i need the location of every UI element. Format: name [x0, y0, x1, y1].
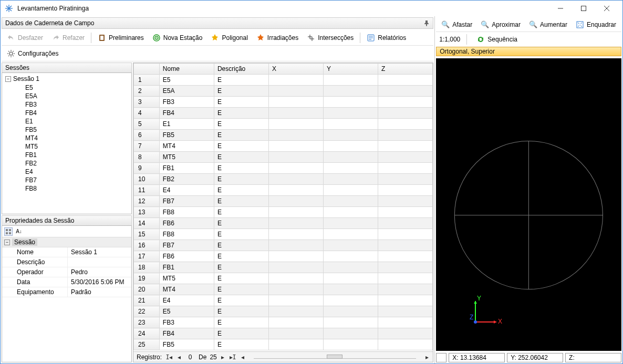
sequencia-button[interactable]: Sequência [473, 34, 521, 45]
table-row[interactable]: 21E4E [134, 295, 433, 306]
app-icon [5, 4, 13, 13]
nav-first-button[interactable]: ⵊ◂ [165, 353, 173, 361]
relatorios-button[interactable]: Relatórios [364, 33, 409, 43]
nav-last-button[interactable]: ▸ⵊ [229, 353, 237, 361]
nav-right-button[interactable]: ▸ [424, 353, 430, 361]
table-row[interactable]: 15FB8E [134, 229, 433, 240]
tree-item[interactable]: FB4 [2, 109, 131, 117]
table-row[interactable]: 7MT4E [134, 141, 433, 152]
configuracoes-button[interactable]: Configurações [4, 48, 61, 59]
panel-header: Dados de Caderneta de Campo [2, 17, 433, 29]
interseccoes-button[interactable]: Intersecções [304, 33, 357, 43]
column-header[interactable]: Y [324, 64, 378, 75]
property-row[interactable]: Data5/30/2016 5:06 PM [2, 277, 131, 287]
preliminares-button[interactable]: Preliminares [95, 33, 147, 43]
svg-text:X: X [498, 318, 502, 325]
table-row[interactable]: 19MT5E [134, 273, 433, 284]
table-row[interactable]: 13FB8E [134, 207, 433, 218]
property-row[interactable]: EquipamentoPadrão [2, 287, 131, 297]
column-header[interactable]: Z [378, 64, 433, 75]
props-toolbar: A↓ [2, 226, 131, 237]
data-grid[interactable]: NomeDescriçãoXYZ 1E5E2E5AE3FB3E4FB4E5E1E… [133, 63, 433, 350]
minimize-button[interactable] [549, 1, 572, 16]
svg-line-28 [13, 51, 14, 52]
poligonal-button[interactable]: Poligonal [207, 33, 251, 43]
table-row[interactable]: 3FB3E [134, 97, 433, 108]
collapse-icon[interactable]: − [5, 76, 11, 82]
tree-item[interactable]: FB2 [2, 159, 131, 168]
table-row[interactable]: 6FB5E [134, 130, 433, 141]
nav-next-button[interactable]: ▸ [220, 353, 225, 361]
tree-item[interactable]: MT5 [2, 142, 131, 151]
scale-label[interactable]: 1:1,000 [439, 36, 460, 43]
column-header[interactable]: X [268, 64, 323, 75]
table-row[interactable]: 14FB6E [134, 218, 433, 229]
table-row[interactable]: 4FB4E [134, 108, 433, 119]
table-row[interactable]: 17FB6E [134, 251, 433, 262]
refresh-icon [476, 35, 485, 44]
zoom-out-button[interactable]: 🔍Afastar [438, 19, 475, 30]
table-row[interactable]: 5E1E [134, 119, 433, 130]
property-row[interactable]: NomeSessão 1 [2, 247, 131, 257]
svg-rect-32 [6, 232, 8, 234]
fit-button[interactable]: Enquadrar [573, 19, 619, 30]
magnify-button[interactable]: 🔍Aumentar [526, 19, 570, 30]
view-mode-label: Ortogonal, Superior [436, 47, 621, 56]
table-row[interactable]: 16FB7E [134, 240, 433, 251]
table-row[interactable]: 18FB1E [134, 262, 433, 273]
table-row[interactable]: 25FB5E [134, 339, 433, 350]
svg-marker-39 [494, 320, 496, 324]
column-header[interactable] [134, 64, 160, 75]
maximize-button[interactable] [572, 1, 595, 16]
svg-rect-9 [100, 36, 103, 40]
irradiacoes-button[interactable]: Irradiações [253, 33, 302, 43]
table-row[interactable]: 11E4E [134, 185, 433, 196]
tree-root[interactable]: − Sessão 1 [2, 74, 131, 84]
prop-category[interactable]: − Sessão [2, 237, 131, 247]
column-header[interactable]: Nome [159, 64, 214, 75]
table-row[interactable]: 20MT4E [134, 284, 433, 295]
nav-scrollbar[interactable] [254, 356, 416, 359]
property-row[interactable]: Descrição [2, 257, 131, 267]
undo-icon [7, 34, 15, 42]
categorized-icon[interactable] [4, 227, 13, 236]
zoom-in-button[interactable]: 🔍Aproximar [477, 19, 524, 30]
sessions-header: Sessões [2, 63, 132, 73]
property-row[interactable]: OperadorPedro [2, 267, 131, 277]
collapse-icon[interactable]: − [4, 240, 10, 245]
table-row[interactable]: 23FB3E [134, 317, 433, 328]
table-row[interactable]: 24FB4E [134, 328, 433, 339]
table-row[interactable]: 22E5E [134, 306, 433, 317]
table-row[interactable]: 2E5AE [134, 86, 433, 97]
fit-icon [576, 20, 584, 29]
svg-rect-30 [6, 229, 8, 231]
pin-icon[interactable] [423, 20, 430, 26]
undo-button[interactable]: Desfazer [4, 33, 46, 43]
tree-item[interactable]: FB3 [2, 100, 131, 109]
table-row[interactable]: 10FB2E [134, 174, 433, 185]
tree-item[interactable]: FB5 [2, 126, 131, 134]
tree-item[interactable]: E5A [2, 92, 131, 100]
tree-item[interactable]: FB7 [2, 176, 131, 184]
nav-left-button[interactable]: ◂ [240, 353, 245, 361]
table-row[interactable]: 9FB1E [134, 163, 433, 174]
tree-item[interactable]: MT4 [2, 134, 131, 142]
viewport-3d[interactable]: X Y Z [436, 58, 621, 351]
close-button[interactable] [595, 1, 618, 16]
tree-item[interactable]: E1 [2, 117, 131, 126]
nova-estacao-button[interactable]: Nova Estação [149, 33, 206, 43]
tree-item[interactable]: E4 [2, 168, 131, 176]
tree-item[interactable]: FB1 [2, 151, 131, 159]
table-row[interactable]: 8MT5E [134, 152, 433, 163]
svg-point-12 [156, 37, 157, 38]
tree-item[interactable]: FB8 [2, 184, 131, 193]
redo-button[interactable]: Refazer [48, 33, 88, 43]
alphabetical-icon[interactable]: A↓ [15, 227, 23, 236]
table-row[interactable]: 1E5E [134, 75, 433, 86]
nav-prev-button[interactable]: ◂ [176, 353, 182, 361]
tree-item[interactable]: E5 [2, 84, 131, 92]
table-row[interactable]: 12FB7E [134, 196, 433, 207]
sessions-tree[interactable]: − Sessão 1 E5E5AFB3FB4E1FB5MT4MT5FB1FB2E… [2, 73, 132, 214]
svg-line-29 [8, 55, 9, 56]
column-header[interactable]: Descrição [214, 64, 268, 75]
